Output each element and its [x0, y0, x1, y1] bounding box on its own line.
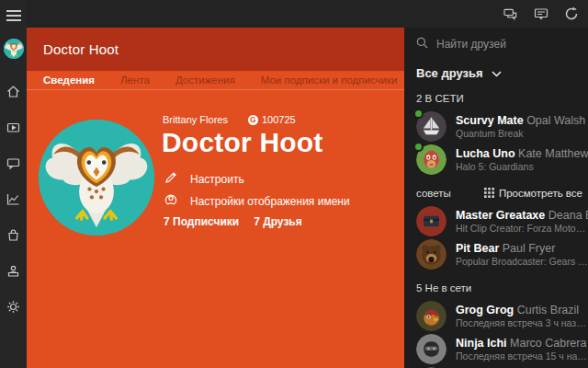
media-icon [6, 121, 20, 138]
messages-icon [6, 156, 20, 174]
chevron-down-icon [492, 66, 502, 80]
followers-count[interactable]: 7 Подписчики [164, 215, 239, 228]
friend-avatar-treasure-chest [416, 206, 447, 236]
sidebar-item-avatar-editor[interactable] [0, 260, 27, 284]
friend-avatar-pirate-ship [416, 111, 447, 142]
friend-status: Hit Clip Creator: Forza Motorsport 6 [456, 223, 588, 234]
page-header: Doctor Hoot [27, 28, 404, 71]
real-name-row: Brittany Flores G 100725 [163, 114, 296, 125]
gamertag-title: Doctor Hoot [162, 127, 323, 158]
hamburger-menu-icon[interactable] [0, 4, 27, 28]
friend-name: Lucha Uno Kate Matthews [456, 147, 588, 160]
store-icon [6, 228, 20, 246]
friends-count[interactable]: 7 Друзья [254, 215, 302, 228]
friend-row[interactable]: Grog Grog Curtis Brazil Последняя встреч… [416, 301, 588, 331]
friend-name: Pit Bear Paul Fryer [456, 242, 588, 255]
search-icon [416, 37, 428, 52]
grid-icon [484, 188, 494, 200]
friend-name: Ninja Ichi Marco Cabrera [456, 337, 588, 350]
friend-avatar-parrot [416, 301, 447, 331]
sidebar-item-home[interactable] [0, 81, 27, 105]
friends-panel: Найти друзей Все друзья 2 В СЕТИ Scurvy … [404, 28, 588, 368]
gamerscore: G 100725 [248, 114, 296, 125]
search-placeholder: Найти друзей [436, 38, 506, 51]
title-bar [0, 0, 588, 28]
friends-section-header: советы Просмотреть все [416, 187, 588, 200]
real-name: Brittany Flores [163, 114, 228, 125]
filter-label: Все друзья [416, 66, 483, 80]
friends-section-header: 2 В СЕТИ [416, 92, 588, 105]
pencil-icon [164, 171, 177, 187]
friend-status: Popular Broadcaster: Gears of War Ultim… [456, 256, 588, 267]
title-bar-icons [503, 0, 579, 28]
friend-row[interactable]: Master Greataxe Deana Barr Hit Clip Crea… [416, 206, 588, 236]
profile-main: Doctor Hoot СведенияЛентаДостиженияМои п… [27, 28, 404, 368]
friend-name: Scurvy Mate Opal Walsh [456, 114, 588, 127]
friend-status: Quantum Break [456, 128, 588, 139]
settings-icon [6, 300, 20, 317]
page-title: Doctor Hoot [43, 41, 119, 57]
tab-0[interactable]: Сведения [43, 75, 95, 86]
friend-status: Последняя встреча 15 ч назад : Killer In… [456, 351, 588, 362]
customize-label: Настроить [190, 173, 244, 186]
friend-row[interactable]: Lucha Uno Kate Matthews Halo 5: Guardian… [416, 144, 588, 175]
sidebar-item-media[interactable] [0, 117, 27, 141]
online-status-dot [413, 142, 424, 152]
refresh-icon[interactable] [564, 6, 579, 21]
friends-section-header: 5 Не в сети [416, 282, 588, 294]
tab-3[interactable]: Мои подписки и подписчики [261, 75, 398, 86]
sidebar-profile-avatar[interactable] [4, 39, 24, 59]
profile-tabs: СведенияЛентаДостиженияМои подписки и по… [27, 71, 404, 90]
view-all-button[interactable]: Просмотреть все [484, 188, 582, 200]
customize-button[interactable]: Настроить [164, 171, 244, 187]
avatar-editor-icon [6, 264, 20, 282]
announcement-icon[interactable] [534, 6, 548, 21]
nav-sidebar [0, 0, 27, 368]
gamerpic-owl-avatar[interactable] [39, 120, 154, 236]
gamerscore-icon: G [248, 115, 258, 125]
friend-row[interactable]: Scurvy Mate Opal Walsh Quantum Break [416, 111, 588, 142]
tab-2[interactable]: Достижения [175, 75, 235, 86]
friend-name: Master Greataxe Deana Barr [456, 209, 588, 222]
profile-content: Brittany Flores G 100725 Doctor Hoot Нас… [27, 90, 404, 368]
friend-row[interactable]: Pit Bear Paul Fryer Popular Broadcaster:… [416, 239, 588, 270]
friend-status: Halo 5: Guardians [456, 161, 588, 172]
sidebar-item-settings[interactable] [0, 296, 27, 320]
xbox-app-window: Doctor Hoot СведенияЛентаДостиженияМои п… [0, 0, 588, 368]
friend-row[interactable]: Ninja Ichi Marco Cabrera Последняя встре… [416, 334, 588, 364]
friend-status: Последняя встреча 3 ч назад : Tomb Raide… [456, 317, 588, 328]
friend-name: Grog Grog Curtis Brazil [456, 304, 588, 316]
friend-avatar-luchador [416, 144, 447, 175]
tab-1[interactable]: Лента [120, 75, 150, 86]
find-friends-search[interactable]: Найти друзей [416, 37, 588, 52]
online-status-dot [413, 109, 424, 119]
gamerscore-value: 100725 [262, 114, 296, 125]
sidebar-item-messages[interactable] [0, 153, 27, 177]
chat-icon[interactable] [503, 6, 518, 21]
sidebar-item-store[interactable] [0, 224, 27, 248]
friend-avatar-ninja [416, 334, 447, 364]
name-display-label: Настройки отображения имени [190, 195, 350, 208]
friend-avatar-bear [416, 239, 447, 270]
friends-filter-dropdown[interactable]: Все друзья [416, 65, 588, 80]
profile-stats: 7 Подписчики 7 Друзья [164, 215, 302, 228]
name-display-settings-button[interactable]: Настройки отображения имени [164, 193, 350, 209]
name-display-icon [164, 193, 177, 209]
activity-icon [6, 192, 20, 210]
sidebar-item-activity[interactable] [0, 189, 27, 213]
home-icon [6, 85, 20, 102]
